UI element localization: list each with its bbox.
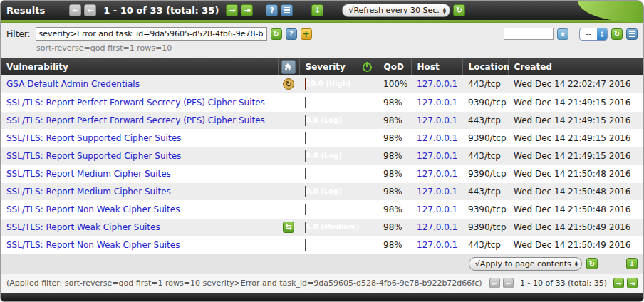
applied-filter-text: (Applied filter: sort-reverse=qod first=…	[6, 278, 482, 288]
col-created[interactable]: Created	[508, 58, 643, 76]
vulnerability-link[interactable]: SSL/TLS: Report Supported Cipher Suites	[6, 133, 181, 143]
save-filter-star-icon[interactable]: ★	[557, 28, 568, 40]
host-link[interactable]: 127.0.0.1	[417, 98, 457, 108]
sort-hint: sort-reverse=qod first=1 rows=10	[36, 43, 638, 53]
host-link[interactable]: 127.0.0.1	[417, 115, 457, 125]
vulnerability-link[interactable]: GSA Default Admin Credentials	[6, 79, 140, 89]
vulnerability-link[interactable]: SSL/TLS: Report Perfect Forward Secrecy …	[6, 98, 265, 108]
apply-select[interactable]: √Apply to page contents ▲▼	[469, 257, 582, 271]
col-solution-type[interactable]	[278, 58, 299, 76]
location-cell: 443/tcp	[462, 76, 508, 93]
vulnerability-link[interactable]: SSL/TLS: Report Non Weak Cipher Suites	[6, 240, 180, 250]
severity-bar: 0.0 (Log)	[305, 150, 306, 162]
download-icon[interactable]: ↓	[311, 4, 323, 16]
table-row: SSL/TLS: Report Weak Cipher Suites ⇆ 5.0…	[1, 218, 643, 236]
host-link[interactable]: 127.0.0.1	[417, 151, 457, 161]
table-row: SSL/TLS: Report Perfect Forward Secrecy …	[1, 93, 643, 111]
prev-page-icon[interactable]: ←	[503, 278, 514, 288]
vulnerability-link[interactable]: SSL/TLS: Report Medium Cipher Suites	[6, 187, 171, 197]
export-download-icon[interactable]: ↓	[626, 258, 638, 269]
first-page-icon[interactable]: ⇤	[69, 4, 81, 16]
select-arrows-icon: ▲▼	[575, 261, 578, 267]
vulnerability-link[interactable]: SSL/TLS: Report Supported Cipher Suites	[6, 151, 181, 161]
table-row: SSL/TLS: Report Medium Cipher Suites 0.0…	[1, 165, 643, 182]
host-link[interactable]: 127.0.0.1	[417, 133, 457, 143]
host-link[interactable]: 127.0.0.1	[417, 204, 457, 214]
apply-refresh-icon[interactable]: ↻	[586, 258, 598, 269]
saved-filter-select[interactable]: -- ▲▼	[579, 28, 608, 41]
bottom-strip	[1, 293, 643, 302]
vulnerability-link[interactable]: SSL/TLS: Report Perfect Forward Secrecy …	[6, 115, 265, 125]
table-row: SSL/TLS: Report Supported Cipher Suites …	[1, 129, 643, 147]
host-link[interactable]: 127.0.0.1	[417, 187, 457, 197]
list-view-icon[interactable]	[281, 4, 293, 16]
location-cell: 9390/tcp	[462, 218, 508, 236]
severity-bar: 0.0 (Log)	[305, 115, 306, 126]
vulnerability-link[interactable]: SSL/TLS: Report Non Weak Cipher Suites	[6, 204, 180, 214]
host-link[interactable]: 127.0.0.1	[417, 79, 457, 89]
switch-filter-icon[interactable]: ↻	[611, 28, 623, 40]
solution-type-cell	[278, 236, 299, 254]
solution-type-cell	[278, 200, 299, 218]
vulnerability-link[interactable]: SSL/TLS: Report Medium Cipher Suites	[6, 169, 171, 179]
solution-type-cell	[278, 182, 299, 200]
filter-list-icon[interactable]	[626, 28, 638, 40]
severity-toggle-icon[interactable]	[363, 63, 372, 72]
table-row: SSL/TLS: Report Supported Cipher Suites …	[1, 147, 643, 165]
host-link[interactable]: 127.0.0.1	[417, 169, 457, 179]
footer-pagination-label: 1 - 10 of 33 (total: 35)	[520, 278, 607, 288]
location-cell: 443/tcp	[462, 147, 508, 165]
created-cell: Wed Dec 14 21:50:49 2016	[508, 236, 643, 254]
new-filter-icon[interactable]: +	[301, 28, 312, 40]
created-cell: Wed Dec 14 21:50:48 2016	[508, 182, 643, 200]
severity-bar: 0.0 (Log)	[305, 132, 306, 144]
created-cell: Wed Dec 14 21:49:15 2016	[508, 93, 643, 111]
qod-cell: 98%	[378, 218, 411, 236]
table-header-row: Vulnerability Severity QoD Host Location…	[1, 58, 643, 76]
saved-filter-value: --	[580, 29, 597, 38]
last-page-icon[interactable]: ⇥	[241, 4, 253, 16]
next-page-icon[interactable]: →	[226, 4, 238, 16]
qod-cell: 98%	[378, 200, 411, 218]
last-page-icon[interactable]: ⇥	[627, 278, 638, 288]
solution-type-cell	[278, 111, 299, 129]
help-icon[interactable]: ?	[266, 4, 278, 16]
host-link[interactable]: 127.0.0.1	[417, 222, 457, 232]
refresh-icon[interactable]: ↻	[453, 4, 465, 16]
filter-input[interactable]	[36, 27, 267, 41]
created-cell: Wed Dec 14 22:02:47 2016	[508, 76, 643, 93]
col-severity[interactable]: Severity	[299, 58, 378, 76]
page-title: Results	[6, 5, 45, 16]
prev-page-icon[interactable]: ←	[84, 4, 96, 16]
vulnerability-link[interactable]: SSL/TLS: Report Weak Cipher Suites	[6, 222, 160, 232]
titlebar: Results ⇤ ← 1 - 10 of 33 (total: 35) → ⇥…	[1, 1, 643, 20]
first-page-icon[interactable]: ⇤	[489, 278, 500, 288]
col-qod[interactable]: QoD	[378, 58, 411, 76]
next-page-icon[interactable]: →	[613, 278, 624, 288]
list-bars-icon	[284, 7, 290, 14]
list-bars-icon	[629, 31, 635, 38]
select-cap-arrows-icon: ▲▼	[597, 28, 607, 41]
location-cell: 443/tcp	[462, 111, 508, 129]
location-cell: 9390/tcp	[462, 93, 508, 111]
severity-bar: 10.0 (High)	[305, 78, 306, 90]
qod-cell: 98%	[378, 236, 411, 254]
filter-name-input[interactable]	[504, 28, 554, 40]
corner-decoration	[578, 1, 643, 23]
refresh-interval-select[interactable]: √Refresh every 30 Sec. ▲▼	[342, 4, 450, 17]
table-row: SSL/TLS: Report Non Weak Cipher Suites 0…	[1, 236, 643, 254]
results-page: Results ⇤ ← 1 - 10 of 33 (total: 35) → ⇥…	[0, 0, 644, 302]
severity-bar: 5.0 (Medium)	[305, 222, 306, 233]
col-host[interactable]: Host	[411, 58, 462, 76]
col-location[interactable]: Location	[462, 58, 508, 76]
col-vulnerability[interactable]: Vulnerability	[1, 58, 278, 76]
apply-bar: √Apply to page contents ▲▼ ↻ ↓	[1, 254, 643, 274]
apply-filter-icon[interactable]: ↻	[271, 28, 282, 40]
filter-help-icon[interactable]: ?	[286, 28, 297, 40]
location-cell: 9390/tcp	[462, 165, 508, 182]
host-link[interactable]: 127.0.0.1	[417, 240, 457, 250]
created-cell: Wed Dec 14 21:49:15 2016	[508, 147, 643, 165]
results-body: GSA Default Admin Credentials ↻ 10.0 (Hi…	[1, 76, 643, 254]
results-table: Vulnerability Severity QoD Host Location…	[1, 58, 643, 254]
filter-section: Filter: ↻ ? + ★ -- ▲▼ ↻ sort-reverse=qod…	[1, 23, 643, 58]
